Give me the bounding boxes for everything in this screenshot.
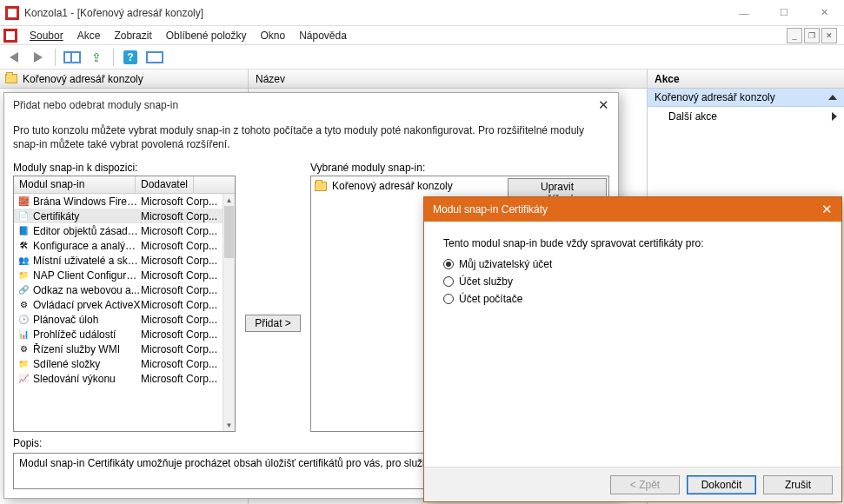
cert-dialog-close-button[interactable]: ✕ <box>821 202 833 217</box>
list-item[interactable]: 🔗Odkaz na webovou a...Microsoft Corp... <box>14 282 223 297</box>
minimize-button[interactable]: — <box>724 0 764 26</box>
close-button[interactable]: ✕ <box>804 0 844 26</box>
pane2-icon <box>146 51 163 63</box>
row-icon: 📄 <box>17 210 30 222</box>
row-icon: ⚙ <box>17 299 30 311</box>
menu-action[interactable]: Akce <box>70 28 108 43</box>
scroll-down-icon[interactable]: ▼ <box>223 419 235 431</box>
row-icon: ⚙ <box>17 343 30 355</box>
mdi-close-button[interactable]: ✕ <box>821 28 837 43</box>
list-item[interactable]: 🕒Plánovač úlohMicrosoft Corp... <box>14 312 223 327</box>
row-vendor: Microsoft Corp... <box>141 225 217 237</box>
finish-button[interactable]: Dokončit <box>687 475 756 494</box>
row-vendor: Microsoft Corp... <box>141 269 217 282</box>
row-vendor: Microsoft Corp... <box>141 196 217 208</box>
row-vendor: Microsoft Corp... <box>141 210 217 222</box>
list-item[interactable]: ⚙Ovládací prvek ActiveXMicrosoft Corp... <box>14 297 223 312</box>
list-item[interactable]: 📈Sledování výkonuMicrosoft Corp... <box>14 371 223 386</box>
row-vendor: Microsoft Corp... <box>141 255 217 267</box>
scroll-up-icon[interactable]: ▲ <box>223 194 235 206</box>
cert-dialog-title: Modul snap-in Certifikáty <box>433 203 548 216</box>
row-name: Řízení služby WMI <box>33 343 141 355</box>
list-item[interactable]: 📁Sdílené složkyMicrosoft Corp... <box>14 356 223 371</box>
list-item[interactable]: 👥Místní uživatelé a sku...Microsoft Corp… <box>14 253 223 268</box>
maximize-button[interactable]: ☐ <box>764 0 804 26</box>
row-icon: 🧱 <box>17 196 30 208</box>
menu-file[interactable]: Soubor <box>23 28 70 43</box>
mdi-minimize-button[interactable]: _ <box>787 28 802 43</box>
actions-context[interactable]: Kořenový adresář konzoly <box>648 89 844 107</box>
list-scrollbar[interactable]: ▲ ▼ <box>223 194 235 431</box>
list-item[interactable]: ⚙Řízení služby WMIMicrosoft Corp... <box>14 342 223 356</box>
actions-more-label: Další akce <box>668 110 717 123</box>
row-icon: 📈 <box>17 373 30 385</box>
export-icon: ⇪ <box>91 50 102 64</box>
row-vendor: Microsoft Corp... <box>141 240 217 252</box>
snapin-dialog-description: Pro tuto konzolu můžete vybrat moduly sn… <box>13 124 609 151</box>
app-icon <box>5 6 19 20</box>
scroll-thumb[interactable] <box>224 206 234 258</box>
actions-context-label: Kořenový adresář konzoly <box>655 91 775 103</box>
row-name: Certifikáty <box>33 210 141 222</box>
row-vendor: Microsoft Corp... <box>141 299 217 311</box>
actions-more[interactable]: Další akce <box>648 107 844 126</box>
view-pane2-button[interactable] <box>144 48 165 67</box>
row-name: Konfigurace a analýza... <box>33 240 141 252</box>
menubar: Soubor Akce Zobrazit Oblíbené položky Ok… <box>0 26 844 45</box>
row-name: Ovládací prvek ActiveX <box>33 299 141 311</box>
menu-window[interactable]: Okno <box>253 28 292 43</box>
window-title: Konzola1 - [Kořenový adresář konzoly] <box>24 7 724 19</box>
cert-dialog: Modul snap-in Certifikáty ✕ Tento modul … <box>423 196 842 502</box>
mdi-restore-button[interactable]: ❐ <box>804 28 820 43</box>
row-icon: 🛠 <box>17 240 30 252</box>
tree-root-node[interactable]: Kořenový adresář konzoly <box>0 70 248 89</box>
folder-icon <box>5 74 17 83</box>
row-vendor: Microsoft Corp... <box>141 343 217 355</box>
row-name: Prohlížeč událostí <box>33 328 141 341</box>
col-module[interactable]: Modul snap-in <box>14 176 136 193</box>
view-pane-button[interactable] <box>62 48 83 67</box>
forward-button[interactable] <box>28 48 49 67</box>
menu-help[interactable]: Nápověda <box>292 28 354 43</box>
available-listbox[interactable]: Modul snap-in Dodavatel 🧱Brána Windows F… <box>13 176 236 432</box>
row-icon: 🔗 <box>17 284 30 296</box>
row-name: Plánovač úloh <box>33 314 141 326</box>
tree-root-label: Kořenový adresář konzoly <box>23 73 143 85</box>
menu-view[interactable]: Zobrazit <box>107 28 158 43</box>
help-button[interactable]: ? <box>120 48 141 67</box>
row-name: NAP Client Configuration <box>33 269 141 282</box>
row-name: Odkaz na webovou a... <box>33 284 141 296</box>
list-item[interactable]: 📁NAP Client ConfigurationMicrosoft Corp.… <box>14 268 223 282</box>
arrow-right-icon <box>34 52 43 63</box>
radio-my-user[interactable]: Můj uživatelský účet <box>443 258 826 270</box>
list-item[interactable]: 📄CertifikátyMicrosoft Corp... <box>14 209 223 223</box>
row-icon: 📊 <box>17 328 30 341</box>
menu-favorites[interactable]: Oblíbené položky <box>159 28 254 43</box>
radio-computer-label: Účet počítače <box>459 293 522 305</box>
cert-dialog-prompt: Tento modul snap-in bude vždy spravovat … <box>443 237 826 249</box>
list-header-name[interactable]: Název <box>249 70 647 89</box>
collapse-icon <box>828 95 837 100</box>
list-item[interactable]: 📘Editor objektů zásad s...Microsoft Corp… <box>14 223 223 238</box>
snapin-dialog-close-button[interactable]: ✕ <box>598 97 609 113</box>
col-vendor[interactable]: Dodavatel <box>136 176 194 193</box>
selected-root-node[interactable]: Kořenový adresář konzoly <box>315 180 502 192</box>
folder-icon <box>315 182 327 191</box>
radio-icon <box>443 276 454 287</box>
back-button[interactable] <box>3 48 24 67</box>
row-vendor: Microsoft Corp... <box>141 284 217 296</box>
radio-service[interactable]: Účet služby <box>443 275 826 288</box>
cancel-button[interactable]: Zrušit <box>763 475 833 494</box>
add-button[interactable]: Přidat > <box>245 315 301 332</box>
row-vendor: Microsoft Corp... <box>141 328 217 341</box>
list-item[interactable]: 📊Prohlížeč událostíMicrosoft Corp... <box>14 327 223 342</box>
list-item[interactable]: 🧱Brána Windows Firew...Microsoft Corp... <box>14 194 223 209</box>
radio-icon <box>443 294 454 304</box>
row-icon: 📁 <box>17 358 30 370</box>
row-name: Místní uživatelé a sku... <box>33 255 141 267</box>
radio-computer[interactable]: Účet počítače <box>443 293 826 305</box>
list-item[interactable]: 🛠Konfigurace a analýza...Microsoft Corp.… <box>14 238 223 253</box>
export-button[interactable]: ⇪ <box>86 48 107 67</box>
mdi-controls: _ ❐ ✕ <box>785 28 837 43</box>
row-vendor: Microsoft Corp... <box>141 373 217 385</box>
